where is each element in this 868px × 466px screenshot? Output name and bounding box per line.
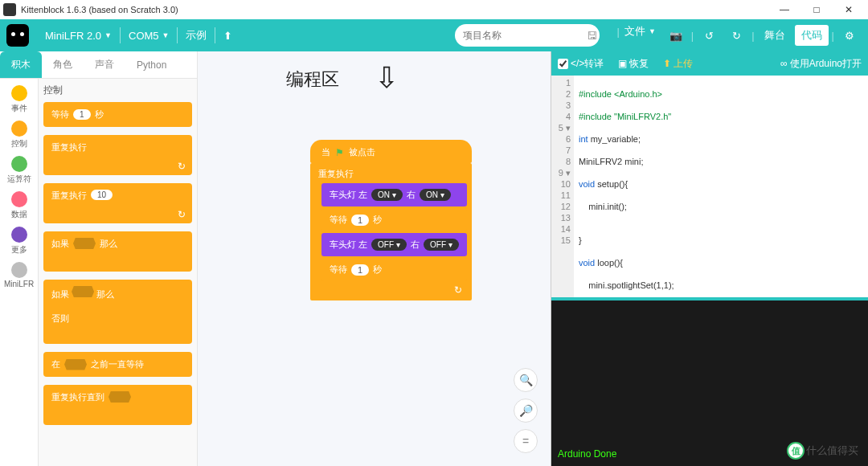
chevron-down-icon: ▼ [649,27,656,35]
restore-button[interactable]: ▣ 恢复 [618,57,649,71]
window-minimize[interactable]: — [768,4,800,15]
redo-icon[interactable]: ↻ [724,30,748,42]
open-arduino-button[interactable]: ∞ 使用Arduino打开 [780,57,862,71]
tab-python[interactable]: Python [125,51,178,78]
save-icon[interactable]: 🖫 [587,30,597,42]
window-close[interactable]: ✕ [833,4,865,15]
block-wait-until[interactable]: 在之前一直等待 [43,352,192,377]
watermark-icon: 值 [787,442,805,460]
camera-icon[interactable]: 📷 [664,30,688,42]
tab-sprite[interactable]: 角色 [42,51,84,78]
block-wait-2[interactable]: 等待1秒 [321,258,467,281]
block-wait-1[interactable]: 等待1秒 [321,208,467,231]
script-canvas[interactable]: 编程区 ⇩ 当⚑被点击 重复执行 车头灯 左ON ▾ 右ON ▾ 等待1秒 车头… [197,51,551,466]
hat-when-flag[interactable]: 当⚑被点击 [310,140,472,163]
app-logo-icon [3,3,16,16]
cat-minilfr[interactable]: MiniLFR [0,259,39,292]
watermark: 值 什么值得买 [787,442,858,460]
loop-icon: ↻ [178,209,186,220]
tab-blocks[interactable]: 积木 [0,51,42,78]
window-title: Kittenblock 1.6.3 (based on Scratch 3.0) [21,5,178,14]
code-editor[interactable]: 1234 5 ▾678 9 ▾101112 131415 #include <A… [551,76,868,297]
gear-icon[interactable]: ⚙ [837,30,862,42]
block-wait[interactable]: 等待1秒 [43,102,192,127]
zoom-out-button[interactable]: 🔎 [514,399,538,423]
block-forever[interactable]: 重复执行↻ [43,135,192,175]
loop-icon: ↻ [178,161,186,172]
code-toolbar: </>转译 ▣ 恢复 ⬆ 上传 ∞ 使用Arduino打开 [551,51,868,76]
block-repeat-until[interactable]: 重复执行直到 [43,385,192,425]
undo-icon[interactable]: ↺ [697,30,721,42]
user-script[interactable]: 当⚑被点击 重复执行 车头灯 左ON ▾ 右ON ▾ 等待1秒 车头灯 左OFF… [310,140,472,300]
cat-data[interactable]: 数据 [0,188,39,223]
cat-operators[interactable]: 运算符 [0,153,39,188]
serial-console[interactable]: Arduino Done [551,297,868,466]
file-menu[interactable]: |文件▼ [609,24,664,39]
arrow-down-icon: ⇩ [375,61,399,95]
flag-icon: ⚑ [335,147,344,158]
chevron-down-icon: ▼ [162,31,170,39]
project-name-field[interactable]: 🖫 [455,24,600,47]
editor-tabs: 积木 角色 声音 Python [0,51,197,79]
zoom-in-button[interactable]: 🔍 [514,368,538,392]
block-if-else[interactable]: 如果 那么否则 [43,280,192,344]
upload-firmware-icon[interactable]: ⬆ [215,19,240,51]
device-select[interactable]: MiniLFR 2.0▼ [37,19,120,51]
line-gutter: 1234 5 ▾678 9 ▾101112 131415 [551,76,574,297]
block-if[interactable]: 如果那么 [43,231,192,272]
cat-more[interactable]: 更多 [0,223,39,259]
upload-button[interactable]: ⬆ 上传 [663,57,693,71]
canvas-annotation: 编程区 [286,67,339,92]
code-toggle[interactable]: 代码 [795,25,829,46]
dropdown-right[interactable]: OFF ▾ [424,239,459,251]
category-list: 事件 控制 运算符 数据 更多 MiniLFR [0,79,39,466]
dropdown-right[interactable]: ON ▾ [420,189,451,201]
chevron-down-icon: ▼ [104,31,112,39]
cat-events[interactable]: 事件 [0,82,39,117]
dropdown-left[interactable]: ON ▾ [371,189,403,201]
example-button[interactable]: 示例 [178,19,215,51]
window-titlebar: Kittenblock 1.6.3 (based on Scratch 3.0)… [0,0,868,19]
dropdown-left[interactable]: OFF ▾ [371,239,407,251]
zoom-reset-button[interactable]: = [514,429,538,453]
loop-icon: ↻ [454,284,462,296]
window-maximize[interactable]: □ [800,4,833,15]
menubar: MiniLFR 2.0▼ COM5▼ 示例 ⬆ 🖫 |文件▼ 📷 | ↺ ↻ |… [0,19,868,51]
block-headlight-on[interactable]: 车头灯 左ON ▾ 右ON ▾ [321,183,467,206]
code-content[interactable]: #include <Arduino.h> #include "MiniLFRV2… [574,76,868,297]
tab-sound[interactable]: 声音 [84,51,125,78]
project-name-input[interactable] [463,30,583,41]
forever-loop[interactable]: 重复执行 车头灯 左ON ▾ 右ON ▾ 等待1秒 车头灯 左OFF ▾ 右OF… [310,163,472,300]
port-select[interactable]: COM5▼ [121,19,177,51]
translate-toggle[interactable]: </>转译 [558,57,604,71]
console-status: Arduino Done [558,448,616,460]
block-headlight-off[interactable]: 车头灯 左OFF ▾ 右OFF ▾ [321,233,467,256]
stage-toggle[interactable]: 舞台 [758,25,792,46]
cat-control[interactable]: 控制 [0,117,39,153]
block-palette: 控制 等待1秒 重复执行↻ 重复执行10↻ 如果那么 如果 那么否则 在之前一直… [39,79,197,466]
block-repeat[interactable]: 重复执行10↻ [43,183,192,223]
zoom-controls: 🔍 🔎 = [514,368,538,453]
palette-header: 控制 [43,84,192,97]
cat-logo-icon [6,24,29,47]
